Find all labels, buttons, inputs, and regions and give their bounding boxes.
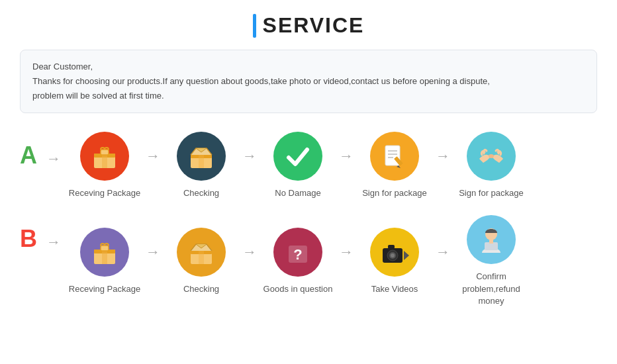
- arrow-a-2: →: [242, 148, 257, 165]
- flow-row-b: B → Receving Package →: [20, 215, 597, 307]
- label-a-5: Sign for package: [459, 187, 524, 199]
- notice-box: Dear Customer, Thanks for choosing our p…: [20, 50, 597, 113]
- arrow-a-3: →: [339, 148, 354, 165]
- label-a-2: Checking: [183, 187, 219, 199]
- flow-item-b-4: Take Videos: [355, 228, 434, 295]
- package-open-icon-b-2: [185, 236, 217, 268]
- svg-rect-6: [199, 155, 204, 168]
- svg-rect-16: [102, 250, 107, 264]
- title-accent: [253, 14, 256, 38]
- svg-rect-3: [101, 150, 109, 155]
- question-icon-b-3: ?: [282, 236, 314, 268]
- arrow-b-3: →: [339, 244, 354, 261]
- arrow-b-1: →: [146, 244, 160, 261]
- svg-point-13: [489, 154, 494, 158]
- arrow-a-4: →: [436, 148, 450, 165]
- icon-circle-a-3: [273, 132, 322, 181]
- flow-item-b-2: Checking: [162, 228, 241, 295]
- flow-item-b-1: Receving Package: [65, 228, 144, 295]
- label-b-1: Receving Package: [69, 283, 140, 295]
- icon-circle-b-2: [177, 228, 226, 277]
- arrow-b-2: →: [242, 244, 257, 261]
- arrow-a-start: →: [46, 150, 61, 167]
- arrow-b-4: →: [436, 244, 450, 261]
- flow-row-a: A → Receving Package →: [20, 132, 597, 199]
- svg-point-26: [391, 253, 395, 257]
- flow-item-b-5: Confirm problem,refund money: [451, 215, 531, 307]
- label-a-1: Receving Package: [69, 187, 140, 199]
- notice-line3: problem will be solved at first time.: [32, 89, 585, 103]
- flow-item-a-5: Sign for package: [451, 132, 531, 199]
- package-icon-b-1: [89, 236, 120, 268]
- icon-circle-b-5: [467, 215, 516, 264]
- svg-text:?: ?: [293, 246, 302, 263]
- svg-marker-12: [397, 165, 401, 168]
- svg-rect-17: [101, 246, 109, 251]
- document-pen-icon-a-4: [379, 140, 410, 172]
- svg-marker-28: [404, 251, 409, 260]
- flow-item-a-2: Checking: [162, 132, 241, 199]
- package-icon-a-1: [89, 140, 120, 172]
- title-bar: SERVICE: [20, 13, 597, 38]
- svg-rect-27: [388, 245, 395, 249]
- svg-rect-31: [489, 240, 493, 244]
- icon-circle-a-2: [177, 132, 226, 181]
- icon-circle-a-4: [370, 132, 419, 181]
- icon-circle-a-1: [80, 132, 129, 181]
- notice-line2: Thanks for choosing our products.If any …: [32, 74, 585, 89]
- handshake-icon-a-5: [475, 140, 507, 172]
- flow-item-a-1: Receving Package: [65, 132, 144, 199]
- flow-items-a: Receving Package → Checking →: [65, 132, 597, 199]
- arrow-a-1: →: [146, 148, 160, 165]
- page-title: SERVICE: [263, 13, 365, 38]
- camera-icon-b-4: [379, 236, 410, 268]
- label-b-2: Checking: [183, 283, 219, 295]
- icon-circle-b-4: [370, 228, 419, 277]
- notice-line1: Dear Customer,: [32, 60, 585, 74]
- svg-rect-2: [102, 154, 107, 168]
- icon-circle-a-5: [467, 132, 516, 181]
- icon-circle-b-3: ?: [273, 228, 322, 277]
- flow-item-a-4: Sign for package: [355, 132, 434, 199]
- person-icon-b-5: [475, 224, 507, 255]
- checkmark-icon-a-3: [282, 140, 314, 172]
- flow-item-a-3: No Damage: [258, 132, 338, 199]
- icon-circle-b-1: [80, 228, 129, 277]
- package-open-icon-a-2: [185, 140, 217, 172]
- flow-items-b: Receving Package → Checking →: [65, 215, 597, 307]
- arrow-b-start: →: [46, 234, 61, 251]
- flow-letter-b: B: [20, 227, 37, 251]
- label-b-4: Take Videos: [371, 283, 418, 295]
- label-b-3: Goods in question: [263, 283, 333, 295]
- label-a-3: No Damage: [275, 187, 320, 199]
- label-b-5: Confirm problem,refund money: [451, 271, 531, 307]
- flow-item-b-3: ? Goods in question: [258, 228, 338, 295]
- svg-rect-20: [199, 251, 204, 264]
- label-a-4: Sign for package: [362, 187, 427, 199]
- flow-letter-a: A: [20, 144, 37, 167]
